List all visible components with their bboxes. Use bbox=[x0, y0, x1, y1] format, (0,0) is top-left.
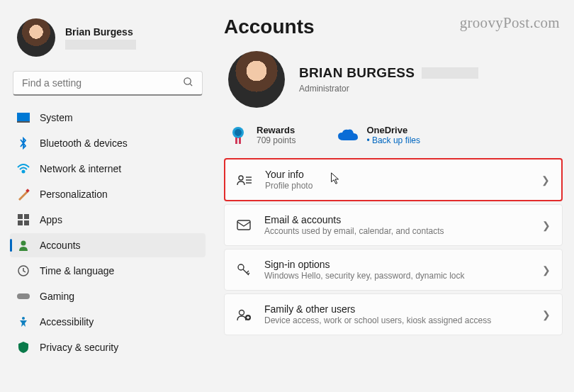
user-name: Brian Burgess bbox=[65, 26, 136, 38]
person-card-icon bbox=[237, 174, 252, 186]
search-icon bbox=[183, 77, 193, 89]
accessibility-icon bbox=[17, 315, 30, 328]
nav-gaming[interactable]: Gaming bbox=[10, 284, 206, 308]
nav-personalization[interactable]: Personalization bbox=[10, 182, 206, 206]
people-plus-icon bbox=[236, 308, 252, 321]
hero-role: Administrator bbox=[299, 84, 478, 94]
sidebar: Brian Burgess System Bluetooth & devices… bbox=[4, 4, 211, 388]
svg-point-15 bbox=[235, 129, 242, 136]
search-box[interactable] bbox=[13, 71, 203, 96]
rewards-sub: 709 points bbox=[257, 135, 296, 145]
avatar bbox=[17, 18, 55, 57]
card-signin-options[interactable]: Sign-in options Windows Hello, security … bbox=[224, 249, 563, 291]
wifi-icon bbox=[17, 162, 30, 175]
mail-icon bbox=[236, 220, 252, 230]
svg-point-4 bbox=[23, 171, 25, 173]
card-title: Your info bbox=[265, 169, 529, 180]
nav-label: Accounts bbox=[40, 240, 81, 251]
shield-icon bbox=[17, 341, 30, 354]
svg-point-23 bbox=[238, 264, 244, 270]
person-icon bbox=[17, 239, 30, 252]
svg-point-10 bbox=[21, 241, 26, 246]
svg-point-13 bbox=[22, 317, 25, 320]
svg-rect-16 bbox=[235, 138, 237, 144]
card-sub: Device access, work or school users, kio… bbox=[264, 315, 529, 325]
watermark: groovyPost.com bbox=[460, 14, 560, 32]
onedrive-sub[interactable]: • Back up files bbox=[366, 135, 420, 145]
svg-rect-8 bbox=[18, 220, 23, 225]
chevron-right-icon: ❯ bbox=[542, 220, 551, 231]
svg-rect-2 bbox=[17, 113, 30, 121]
onedrive-label: OneDrive bbox=[366, 125, 420, 135]
rewards-icon bbox=[228, 125, 248, 145]
card-title: Sign-in options bbox=[264, 259, 529, 270]
card-email-accounts[interactable]: Email & accounts Accounts used by email,… bbox=[224, 204, 563, 246]
onedrive-tile[interactable]: OneDrive • Back up files bbox=[338, 125, 420, 145]
nav-apps[interactable]: Apps bbox=[10, 208, 206, 232]
svg-point-0 bbox=[184, 78, 191, 84]
svg-line-1 bbox=[190, 84, 192, 86]
nav-label: Time & language bbox=[40, 265, 114, 276]
nav-label: Network & internet bbox=[40, 163, 121, 174]
nav-label: Apps bbox=[40, 214, 62, 225]
hero-name: BRIAN BURGESS bbox=[299, 65, 415, 81]
card-sub: Accounts used by email, calendar, and co… bbox=[264, 226, 529, 236]
cloud-icon bbox=[338, 125, 358, 145]
rewards-tile[interactable]: Rewards 709 points bbox=[228, 125, 296, 145]
bluetooth-icon bbox=[17, 137, 30, 150]
nav-system[interactable]: System bbox=[10, 106, 206, 130]
user-email-redacted bbox=[65, 40, 136, 50]
card-title: Family & other users bbox=[264, 303, 529, 315]
gamepad-icon bbox=[17, 290, 30, 303]
nav-time-language[interactable]: Time & language bbox=[10, 259, 206, 283]
clock-icon bbox=[17, 264, 30, 277]
hero-avatar bbox=[228, 51, 285, 108]
svg-point-18 bbox=[239, 176, 243, 180]
key-icon bbox=[236, 263, 252, 277]
rewards-label: Rewards bbox=[257, 125, 296, 135]
nav-label: Personalization bbox=[40, 189, 108, 200]
card-family-users[interactable]: Family & other users Device access, work… bbox=[224, 293, 563, 335]
svg-rect-6 bbox=[18, 214, 23, 219]
nav-label: System bbox=[40, 112, 73, 123]
nav-accounts[interactable]: Accounts bbox=[10, 233, 206, 257]
svg-rect-7 bbox=[24, 214, 29, 219]
svg-rect-12 bbox=[17, 293, 30, 299]
nav-label: Gaming bbox=[40, 291, 74, 302]
main-content: groovyPost.com Accounts BRIAN BURGESS Ad… bbox=[211, 4, 570, 388]
svg-rect-3 bbox=[17, 121, 30, 123]
svg-rect-17 bbox=[239, 138, 241, 144]
nav-label: Bluetooth & devices bbox=[40, 138, 128, 149]
card-sub: Windows Hello, security key, password, d… bbox=[264, 271, 529, 281]
card-title: Email & accounts bbox=[264, 214, 529, 225]
nav-bluetooth[interactable]: Bluetooth & devices bbox=[10, 131, 206, 155]
svg-rect-9 bbox=[24, 220, 29, 225]
search-input[interactable] bbox=[22, 77, 183, 89]
apps-icon bbox=[17, 213, 30, 226]
chevron-right-icon: ❯ bbox=[541, 174, 550, 186]
chevron-right-icon: ❯ bbox=[542, 264, 551, 276]
hero-redacted bbox=[422, 67, 478, 79]
svg-point-24 bbox=[240, 310, 244, 315]
nav-network[interactable]: Network & internet bbox=[10, 157, 206, 181]
current-user[interactable]: Brian Burgess bbox=[10, 14, 206, 68]
nav-privacy[interactable]: Privacy & security bbox=[10, 335, 206, 359]
account-hero: BRIAN BURGESS Administrator bbox=[224, 51, 563, 108]
card-your-info[interactable]: Your info Profile photo ❯ bbox=[224, 158, 563, 201]
nav-label: Privacy & security bbox=[40, 342, 118, 353]
chevron-right-icon: ❯ bbox=[542, 309, 551, 320]
cursor-icon bbox=[330, 172, 340, 185]
paintbrush-icon bbox=[17, 188, 30, 201]
card-sub: Profile photo bbox=[265, 181, 529, 191]
svg-rect-22 bbox=[237, 220, 250, 230]
display-icon bbox=[17, 111, 30, 124]
nav-label: Accessibility bbox=[40, 316, 94, 327]
nav-accessibility[interactable]: Accessibility bbox=[10, 310, 206, 334]
